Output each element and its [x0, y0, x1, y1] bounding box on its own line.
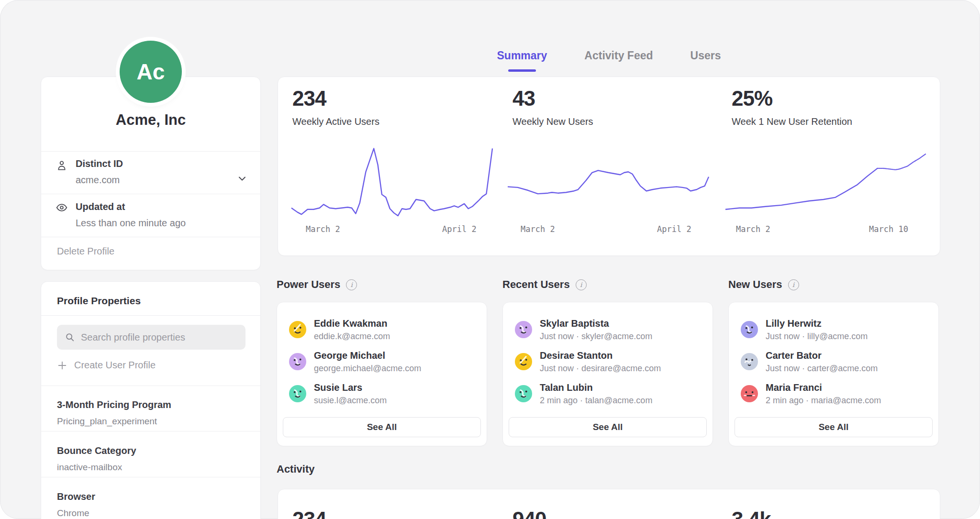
user-name: Carter Bator	[766, 349, 878, 363]
new-users-card: Lilly Herwitz Just now · lilly@acme.com …	[728, 302, 939, 446]
user-name: Susie Lars	[314, 381, 387, 395]
company-avatar: Ac	[120, 41, 182, 103]
profile-properties-search[interactable]	[57, 325, 245, 350]
property-value: Pricing_plan_experiment	[57, 416, 157, 427]
summary-stats-card: 234 Weekly Active Users March 2 April 2 …	[278, 77, 940, 256]
user-meta: Just now · desirare@acme.com	[540, 363, 661, 375]
user-avatar	[289, 353, 306, 370]
user-row[interactable]: Skylar Baptista Just now · skyler@acme.c…	[515, 316, 703, 343]
company-avatar-initials: Ac	[137, 59, 165, 85]
user-name: George Michael	[314, 349, 421, 363]
app-window: Ac Acme, Inc Distinct ID acme.com	[0, 0, 980, 519]
user-row[interactable]: Carter Bator Just now · carter@acme.com	[741, 348, 929, 375]
user-meta: Just now · carter@acme.com	[766, 363, 878, 375]
info-icon[interactable]: i	[788, 279, 799, 290]
tab-users[interactable]: Users	[690, 49, 721, 70]
field-label: Updated at	[76, 201, 125, 212]
user-name: Maria Franci	[766, 381, 881, 395]
search-input[interactable]	[80, 331, 238, 343]
identity-card: Acme, Inc Distinct ID acme.com	[41, 77, 261, 270]
stat-label: Weekly New Users	[512, 116, 593, 127]
property-label: Browser	[57, 491, 95, 502]
section-title: New Users	[728, 278, 782, 291]
user-avatar	[515, 385, 532, 402]
activity-stat-value: 234	[292, 508, 326, 519]
divider	[41, 386, 260, 386]
recent-users-card: Skylar Baptista Just now · skyler@acme.c…	[502, 302, 713, 446]
user-avatar	[741, 385, 758, 402]
search-icon	[65, 332, 75, 342]
field-label: Distinct ID	[76, 158, 123, 169]
stat-label: Weekly Active Users	[292, 116, 379, 127]
stat-value: 234	[292, 87, 326, 110]
user-row[interactable]: Lilly Herwitz Just now · lilly@acme.com	[741, 316, 929, 343]
user-avatar	[741, 321, 758, 338]
field-value: acme.com	[76, 175, 120, 186]
user-row[interactable]: Desirae Stanton Just now · desirare@acme…	[515, 348, 703, 375]
user-avatar	[741, 353, 758, 370]
x-axis-tick: March 2	[736, 224, 770, 234]
user-row[interactable]: Eddie Kwakman eddie.k@acme.com	[289, 316, 477, 343]
company-name: Acme, Inc	[41, 111, 260, 129]
activity-section-title: Activity	[277, 463, 314, 475]
activity-card: 234 940 3.4k	[278, 489, 940, 519]
weekly-new-users-chart	[508, 146, 709, 217]
screenshot-root: Ac Acme, Inc Distinct ID acme.com	[0, 0, 980, 519]
user-avatar	[289, 321, 306, 338]
section-title: Recent Users	[502, 278, 570, 291]
user-row[interactable]: Susie Lars susie.l@acme.com	[289, 380, 477, 408]
create-user-profile-button[interactable]: Create User Profile	[57, 360, 156, 371]
user-avatar	[289, 385, 306, 402]
divider	[41, 431, 260, 431]
tab-bar: Summary Activity Feed Users	[278, 49, 940, 70]
user-meta: george.michael@acme.com	[314, 363, 421, 375]
divider	[41, 477, 260, 477]
stat-value: 43	[512, 87, 535, 110]
power-users-header: Power Users i	[277, 278, 357, 291]
tab-label: Summary	[497, 49, 547, 62]
user-meta: susie.l@acme.com	[314, 395, 387, 407]
user-name: Lilly Herwitz	[766, 317, 868, 331]
tab-label: Users	[690, 49, 721, 62]
user-row[interactable]: George Michael george.michael@acme.com	[289, 348, 477, 375]
user-name: Skylar Baptista	[540, 317, 652, 331]
delete-profile-button[interactable]: Delete Profile	[57, 246, 114, 257]
see-all-button[interactable]: See All	[509, 417, 707, 437]
profile-properties-card: Profile Properties Create User Profile	[41, 281, 261, 519]
x-axis-tick: March 10	[869, 224, 908, 234]
create-user-profile-label: Create User Profile	[74, 360, 156, 371]
tab-summary[interactable]: Summary	[497, 49, 547, 70]
person-icon	[56, 159, 68, 172]
divider	[41, 237, 260, 237]
user-row[interactable]: Talan Lubin 2 min ago · talan@acme.com	[515, 380, 703, 408]
x-axis-tick: April 2	[657, 224, 691, 234]
new-users-header: New Users i	[728, 278, 799, 291]
profile-properties-title: Profile Properties	[57, 295, 141, 307]
tab-activity-feed[interactable]: Activity Feed	[584, 49, 653, 70]
weekly-active-users-chart	[291, 146, 492, 217]
field-value: Less than one minute ago	[76, 218, 186, 229]
tab-label: Activity Feed	[584, 49, 653, 62]
user-avatar	[515, 321, 532, 338]
power-users-card: Eddie Kwakman eddie.k@acme.com George Mi…	[277, 302, 487, 446]
property-label: 3-Month Pricing Program	[57, 399, 171, 410]
retention-chart	[725, 146, 925, 217]
user-meta: Just now · lilly@acme.com	[766, 331, 868, 342]
info-icon[interactable]: i	[576, 279, 587, 290]
see-all-button[interactable]: See All	[735, 417, 933, 437]
section-title: Power Users	[277, 278, 340, 291]
user-meta: Just now · skyler@acme.com	[540, 331, 652, 342]
stat-label: Week 1 New User Retention	[732, 116, 852, 127]
property-value: Chrome	[57, 508, 89, 519]
user-name: Desirae Stanton	[540, 349, 661, 363]
divider	[41, 151, 260, 152]
user-meta: eddie.k@acme.com	[314, 331, 390, 342]
user-name: Talan Lubin	[540, 381, 652, 395]
chevron-down-icon[interactable]	[236, 173, 248, 184]
property-label: Bounce Category	[57, 445, 136, 456]
see-all-button[interactable]: See All	[283, 417, 481, 437]
user-row[interactable]: Maria Franci 2 min ago · maria@acme.com	[741, 380, 929, 408]
activity-stat-value: 940	[512, 508, 546, 519]
info-icon[interactable]: i	[346, 279, 357, 290]
user-meta: 2 min ago · maria@acme.com	[766, 395, 881, 407]
